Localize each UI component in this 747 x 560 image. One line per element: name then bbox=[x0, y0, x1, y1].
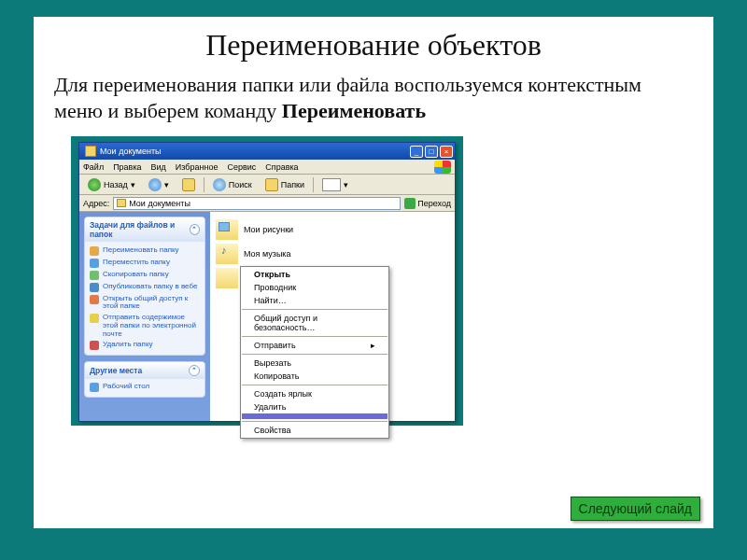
slide: Переименование объектов Для переименован… bbox=[34, 17, 713, 528]
context-menu-item[interactable]: Свойства bbox=[241, 424, 388, 437]
context-menu-item[interactable]: Отправить bbox=[241, 339, 388, 352]
context-menu[interactable]: ОткрытьПроводникНайти…Общий доступ и без… bbox=[240, 266, 389, 439]
menu-help[interactable]: Справка bbox=[265, 162, 298, 172]
up-icon bbox=[182, 178, 195, 191]
context-menu-item[interactable]: Найти… bbox=[241, 294, 388, 307]
context-menu-item[interactable]: Копировать bbox=[241, 370, 388, 383]
menu-file[interactable]: Файл bbox=[83, 162, 104, 172]
next-slide-button[interactable]: Следующий слайд bbox=[571, 497, 700, 521]
task-icon bbox=[90, 283, 99, 292]
menu-view[interactable]: Вид bbox=[151, 162, 166, 172]
context-menu-item[interactable]: Вырезать bbox=[241, 357, 388, 370]
task-icon bbox=[90, 341, 99, 350]
tasks-panel-title: Задачи для файлов и папок bbox=[90, 220, 190, 239]
context-menu-item[interactable]: Создать ярлык bbox=[241, 387, 388, 400]
place-label: Рабочий стол bbox=[103, 383, 149, 391]
slide-body: Для переименования папки или файла воспо… bbox=[34, 68, 713, 133]
body-bold: Переименовать bbox=[282, 99, 426, 122]
separator bbox=[204, 177, 204, 192]
forward-icon bbox=[148, 178, 162, 191]
task-label: Скопировать папку bbox=[103, 271, 169, 279]
task-label: Переименовать папку bbox=[103, 246, 179, 255]
context-menu-item[interactable]: Открыть bbox=[241, 268, 388, 281]
tasks-panel: Задачи для файлов и папок ⌃ Переименоват… bbox=[84, 217, 205, 356]
task-label: Переместить папку bbox=[103, 259, 170, 267]
tasks-panel-body: Переименовать папкуПереместить папкуСкоп… bbox=[85, 242, 204, 355]
slide-title: Переименование объектов bbox=[34, 17, 713, 68]
up-button[interactable] bbox=[177, 176, 200, 193]
dropdown-icon: ▾ bbox=[131, 180, 135, 189]
folder-icon bbox=[117, 199, 126, 207]
search-label: Поиск bbox=[229, 180, 252, 189]
folder-icon bbox=[216, 244, 238, 264]
menu-bar: Файл Правка Вид Избранное Сервис Справка bbox=[79, 160, 455, 175]
folder-item[interactable]: Мои рисунки bbox=[216, 217, 449, 242]
dropdown-icon: ▾ bbox=[164, 180, 169, 189]
task-link[interactable]: Опубликовать папку в вебе bbox=[90, 281, 200, 293]
address-label: Адрес: bbox=[83, 199, 109, 208]
task-label: Удалить папку bbox=[103, 341, 152, 349]
views-button[interactable]: ▾ bbox=[317, 176, 353, 193]
back-button[interactable]: Назад▾ bbox=[83, 176, 140, 193]
place-icon bbox=[90, 383, 99, 392]
task-link[interactable]: Скопировать папку bbox=[90, 269, 200, 281]
menu-separator bbox=[242, 421, 388, 422]
context-menu-item[interactable] bbox=[242, 413, 388, 419]
menu-separator bbox=[242, 336, 388, 337]
task-icon bbox=[90, 295, 99, 304]
context-menu-item[interactable]: Общий доступ и безопасность… bbox=[241, 312, 388, 334]
task-icon bbox=[90, 314, 99, 323]
task-link[interactable]: Отправить содержимое этой папки по элект… bbox=[90, 313, 200, 340]
places-panel-body: Рабочий стол bbox=[85, 379, 204, 397]
folder-label: Моя музыка bbox=[244, 249, 291, 259]
menu-tools[interactable]: Сервис bbox=[227, 162, 256, 172]
go-button[interactable]: Переход bbox=[404, 198, 451, 209]
folder-label: Мои рисунки bbox=[244, 225, 293, 234]
close-button[interactable]: × bbox=[440, 146, 453, 158]
task-label: Открыть общий доступ к этой папке bbox=[103, 295, 200, 312]
forward-button[interactable]: ▾ bbox=[144, 176, 174, 193]
address-bar: Адрес: Мои документы Переход bbox=[79, 195, 455, 212]
places-panel: Другие места ⌃ Рабочий стол bbox=[84, 361, 205, 398]
menu-edit[interactable]: Правка bbox=[113, 162, 141, 172]
maximize-button[interactable]: □ bbox=[425, 146, 438, 158]
task-link[interactable]: Переместить папку bbox=[90, 257, 200, 269]
place-link[interactable]: Рабочий стол bbox=[90, 382, 200, 394]
folder-item[interactable]: Моя музыка bbox=[216, 242, 449, 266]
places-panel-title: Другие места bbox=[90, 366, 142, 375]
task-link[interactable]: Открыть общий доступ к этой папке bbox=[90, 293, 200, 313]
tasks-pane: Задачи для файлов и папок ⌃ Переименоват… bbox=[79, 212, 210, 421]
folders-button[interactable]: Папки bbox=[261, 176, 309, 193]
search-icon bbox=[213, 178, 226, 191]
go-label: Переход bbox=[417, 199, 451, 208]
back-icon bbox=[88, 178, 101, 191]
folder-icon bbox=[216, 268, 238, 288]
menu-fav[interactable]: Избранное bbox=[176, 162, 218, 172]
task-icon bbox=[90, 259, 99, 268]
task-label: Отправить содержимое этой папки по элект… bbox=[103, 314, 200, 338]
address-input[interactable]: Мои документы bbox=[113, 197, 401, 210]
collapse-icon[interactable]: ⌃ bbox=[189, 365, 200, 376]
window-buttons: _ □ × bbox=[410, 146, 453, 158]
window-titlebar[interactable]: Мои документы _ □ × bbox=[79, 143, 455, 160]
go-icon bbox=[404, 198, 416, 209]
dropdown-icon: ▾ bbox=[344, 180, 348, 189]
search-button[interactable]: Поиск bbox=[208, 176, 257, 193]
separator bbox=[313, 177, 314, 192]
task-link[interactable]: Удалить папку bbox=[90, 340, 200, 352]
context-menu-item[interactable]: Проводник bbox=[241, 281, 388, 294]
minimize-button[interactable]: _ bbox=[410, 146, 423, 158]
collapse-icon[interactable]: ⌃ bbox=[190, 224, 200, 235]
back-label: Назад bbox=[104, 180, 128, 189]
task-icon bbox=[90, 271, 99, 280]
menu-separator bbox=[242, 385, 388, 385]
folders-icon bbox=[265, 178, 278, 191]
windows-logo-icon bbox=[434, 161, 451, 174]
places-panel-header[interactable]: Другие места ⌃ bbox=[85, 362, 204, 379]
window-title: Мои документы bbox=[100, 147, 410, 156]
tasks-panel-header[interactable]: Задачи для файлов и папок ⌃ bbox=[85, 217, 204, 242]
folder-icon bbox=[216, 219, 238, 240]
context-menu-item[interactable]: Удалить bbox=[241, 400, 388, 413]
task-link[interactable]: Переименовать папку bbox=[90, 245, 200, 257]
folders-label: Папки bbox=[281, 180, 304, 189]
